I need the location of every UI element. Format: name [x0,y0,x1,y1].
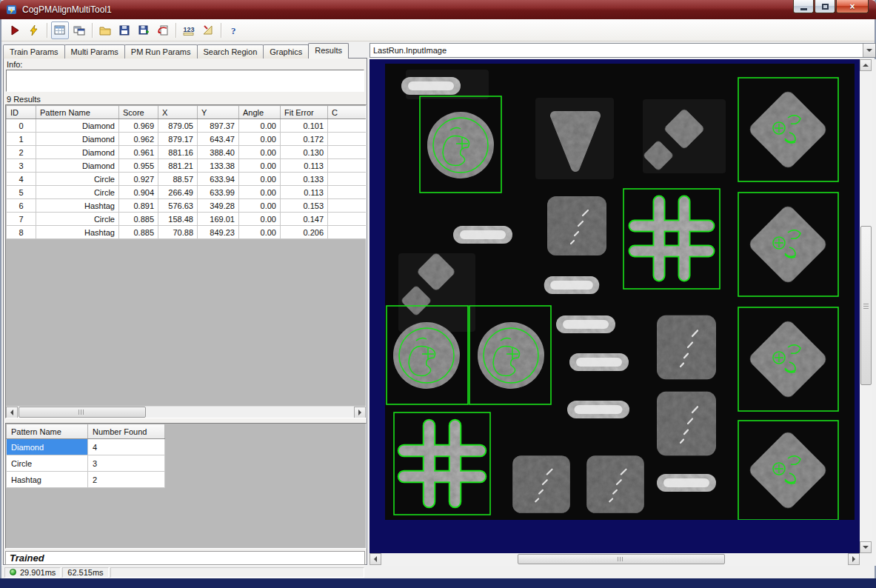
col-header-number-found[interactable]: Number Found [88,424,165,439]
col-header-x[interactable]: X [158,106,198,119]
cell-fit-error[interactable]: 0.101 [281,119,328,133]
cell-score[interactable]: 0.955 [119,159,158,173]
cell-id[interactable]: 5 [7,186,36,199]
cell-pattern-selected[interactable]: Diamond [7,439,88,455]
cell-pattern[interactable]: Circle [36,213,119,226]
save-file-button[interactable] [116,21,133,39]
cell-angle[interactable]: 0.00 [239,146,281,159]
cell-id[interactable]: 1 [7,133,36,146]
scroll-up-button[interactable] [860,59,872,71]
scrollbar-thumb[interactable] [518,554,725,564]
tab-train-params[interactable]: Train Params [3,44,65,59]
cell-c[interactable] [328,226,367,239]
tab-multi-params[interactable]: Multi Params [64,44,125,59]
tab-pm-run-params[interactable]: PM Run Params [124,44,198,59]
cell-pattern[interactable]: Diamond [36,159,119,173]
cell-fit-error[interactable]: 0.113 [281,159,328,173]
image-vscrollbar[interactable] [860,59,872,553]
cell-c[interactable] [328,186,367,199]
titlebar[interactable]: CogPMAlignMultiTool1 × [0,0,876,19]
cell-id[interactable]: 6 [7,199,36,213]
cell-x[interactable]: 88.57 [158,173,198,186]
cell-angle[interactable]: 0.00 [239,173,281,186]
run-button[interactable] [6,21,24,39]
tab-results[interactable]: Results [308,43,349,59]
cell-x[interactable]: 881.16 [158,146,198,159]
cell-fit-error[interactable]: 0.113 [281,186,328,199]
info-textbox[interactable] [6,70,364,92]
minimize-button[interactable] [793,0,814,13]
cell-pattern[interactable]: Diamond [36,133,119,146]
cell-x[interactable]: 158.48 [158,213,198,226]
scroll-right-button[interactable] [354,407,366,418]
col-header-id[interactable]: ID [7,106,36,119]
cell-id[interactable]: 8 [7,226,36,239]
cell-y[interactable]: 643.47 [198,133,239,146]
help-button[interactable]: ? [225,21,243,39]
float-window-button[interactable] [70,21,88,39]
cell-score[interactable]: 0.904 [119,186,158,199]
save-image-button[interactable] [135,21,153,39]
import-image-button[interactable] [154,21,172,39]
cell-count[interactable]: 3 [88,455,165,472]
cell-angle[interactable]: 0.00 [239,186,281,199]
cell-x[interactable]: 266.49 [158,186,198,199]
results-grid-toggle[interactable] [51,21,69,39]
cell-fit-error[interactable]: 0.206 [281,226,328,239]
cell-angle[interactable]: 0.00 [239,159,281,173]
cell-count[interactable]: 4 [88,439,165,455]
scroll-left-button[interactable] [6,407,18,418]
col-header-fit-error[interactable]: Fit Error [281,106,328,119]
cell-pattern[interactable]: Hashtag [36,199,119,213]
cell-fit-error[interactable]: 0.130 [281,146,328,159]
cell-fit-error[interactable]: 0.172 [281,133,328,146]
cell-c[interactable] [328,173,367,186]
cell-y[interactable]: 897.37 [198,119,239,133]
col-header-pattern-name[interactable]: Pattern Name [7,424,88,439]
combo-dropdown-button[interactable] [863,44,875,57]
cell-angle[interactable]: 0.00 [239,213,281,226]
cell-c[interactable] [328,133,367,146]
cell-y[interactable]: 633.99 [198,186,239,199]
cell-x[interactable]: 70.88 [158,226,198,239]
col-header-angle[interactable]: Angle [239,106,281,119]
cell-pattern[interactable]: Hashtag [36,226,119,239]
cell-y[interactable]: 849.23 [198,226,239,239]
cell-id[interactable]: 0 [7,119,36,133]
cell-angle[interactable]: 0.00 [239,199,281,213]
cell-y[interactable]: 388.40 [198,146,239,159]
cell-pattern[interactable]: Hashtag [7,472,88,488]
cell-pattern[interactable]: Diamond [36,146,119,159]
cell-score[interactable]: 0.927 [119,173,158,186]
image-hscrollbar[interactable] [370,553,860,566]
cell-c[interactable] [328,146,367,159]
close-button[interactable]: × [836,0,869,13]
cell-score[interactable]: 0.885 [119,213,158,226]
measure-button[interactable] [199,21,217,39]
cell-x[interactable]: 879.05 [158,119,198,133]
maximize-button[interactable] [815,0,835,13]
cell-angle[interactable]: 0.00 [239,226,281,239]
cell-c[interactable] [328,213,367,226]
results-grid-hscrollbar[interactable] [6,406,366,418]
cell-score[interactable]: 0.969 [119,119,158,133]
cell-id[interactable]: 3 [7,159,36,173]
tab-search-region[interactable]: Search Region [197,44,264,59]
cell-x[interactable]: 881.21 [158,159,198,173]
cell-y[interactable]: 169.01 [198,213,239,226]
image-source-combobox[interactable]: LastRun.InputImage [370,43,876,58]
cell-pattern[interactable]: Circle [7,455,88,472]
scroll-left-button[interactable] [370,553,381,565]
image-viewport[interactable] [370,59,860,553]
scroll-right-button[interactable] [848,553,860,565]
cell-c[interactable] [328,199,367,213]
numeric-format-button[interactable]: 123 [180,21,198,39]
cell-count[interactable]: 2 [88,472,165,488]
cell-score[interactable]: 0.962 [119,133,158,146]
cell-id[interactable]: 4 [7,173,36,186]
cell-id[interactable]: 2 [7,146,36,159]
cell-x[interactable]: 576.63 [158,199,198,213]
scrollbar-thumb[interactable] [860,226,872,385]
col-header-c[interactable]: C [328,106,367,119]
cell-fit-error[interactable]: 0.153 [281,199,328,213]
